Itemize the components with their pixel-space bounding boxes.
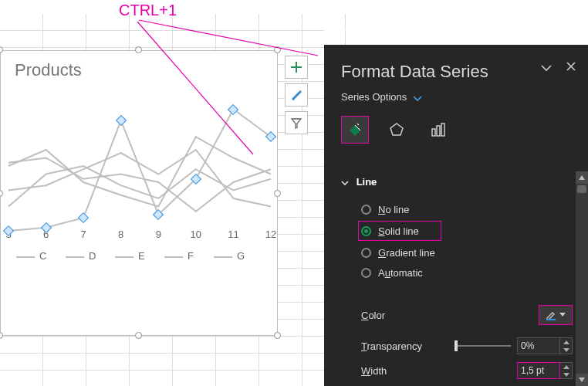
legend-label[interactable]: D <box>89 250 96 262</box>
line-section-header[interactable]: Line <box>341 176 377 188</box>
chevron-down-icon <box>341 181 349 187</box>
chart-styles-button[interactable] <box>285 83 308 107</box>
caret-up-icon <box>563 365 569 369</box>
x-tick-label: 9 <box>156 229 161 240</box>
width-spinner[interactable] <box>560 362 573 379</box>
format-data-series-pane: Format Data Series Series Options Line <box>324 45 588 386</box>
caret-up-icon <box>579 175 585 180</box>
radio-solid-line[interactable]: Solid line <box>358 221 441 241</box>
legend-line <box>214 256 232 258</box>
tab-series-options[interactable] <box>424 116 452 144</box>
paint-bucket-icon <box>346 121 363 138</box>
series-options-dropdown[interactable]: Series Options <box>341 91 422 103</box>
chart-elements-button[interactable] <box>285 56 308 79</box>
resize-handle-ne[interactable] <box>274 46 281 53</box>
x-tick-label: 11 <box>228 229 238 240</box>
pane-collapse-button[interactable] <box>540 62 553 74</box>
legend-line <box>66 256 84 258</box>
tab-fill-and-line[interactable] <box>341 116 369 144</box>
radio-no-line[interactable]: No line <box>361 199 435 219</box>
legend-label[interactable]: F <box>188 250 194 262</box>
legend-label[interactable]: E <box>138 250 145 262</box>
x-tick-label: 7 <box>81 229 86 240</box>
x-tick-label: 8 <box>118 229 123 240</box>
line-type-radios: No line Solid line Gradient line Automat… <box>361 199 435 283</box>
svg-rect-0 <box>432 129 435 136</box>
radio-automatic[interactable]: Automatic <box>361 262 435 283</box>
series-options-label: Series Options <box>341 91 407 103</box>
transparency-row: Transparency 0% <box>361 337 573 355</box>
caret-down-icon <box>559 313 566 317</box>
transparency-slider[interactable] <box>455 338 511 354</box>
color-row: Color <box>361 306 573 324</box>
chevron-down-icon <box>540 64 553 72</box>
legend-label[interactable]: G <box>237 250 245 262</box>
chevron-down-icon <box>413 96 422 102</box>
chart-filters-button[interactable] <box>285 111 308 134</box>
svg-rect-2 <box>441 124 444 136</box>
svg-rect-3 <box>546 319 556 320</box>
x-tick-label: 6 <box>43 229 49 240</box>
transparency-spinner[interactable] <box>560 337 573 354</box>
resize-handle-n[interactable] <box>135 46 142 53</box>
legend-line <box>115 256 133 258</box>
pane-tabs <box>341 116 452 144</box>
chart-title[interactable]: Products <box>15 60 82 80</box>
funnel-icon <box>290 117 302 129</box>
legend-line <box>16 256 35 258</box>
annotation-shortcut-label: CTRL+1 <box>119 2 177 19</box>
chart-plot-area[interactable] <box>1 93 277 333</box>
caret-down-icon <box>563 373 569 377</box>
tab-effects[interactable] <box>383 116 411 144</box>
svg-rect-1 <box>437 126 440 136</box>
line-section-label: Line <box>357 176 377 188</box>
bars-icon <box>430 121 447 138</box>
brush-icon <box>290 89 302 101</box>
caret-up-icon <box>563 340 569 344</box>
transparency-input[interactable]: 0% <box>517 337 560 354</box>
legend-label[interactable]: C <box>39 250 46 262</box>
radio-gradient-line[interactable]: Gradient line <box>361 242 435 262</box>
close-icon <box>566 62 576 71</box>
pane-close-button[interactable] <box>566 60 576 73</box>
pen-icon <box>546 310 556 320</box>
x-tick-label: 10 <box>191 229 201 240</box>
resize-handle-s[interactable] <box>135 332 142 339</box>
plus-icon <box>290 61 302 73</box>
caret-down-icon <box>563 348 569 352</box>
width-input[interactable]: 1,5 pt <box>517 362 560 379</box>
pentagon-icon <box>388 121 405 138</box>
pane-scrollbar[interactable] <box>576 171 588 386</box>
pane-title: Format Data Series <box>341 62 488 82</box>
resize-handle-se[interactable] <box>274 332 281 339</box>
x-tick-label: 5 <box>5 229 11 240</box>
legend-line <box>164 256 183 258</box>
resize-handle-e[interactable] <box>274 190 281 197</box>
caret-down-icon <box>579 378 585 382</box>
x-tick-label: 12 <box>265 229 276 240</box>
width-row: Width 1,5 pt <box>361 361 573 380</box>
color-picker-button[interactable] <box>539 305 573 325</box>
chart-object[interactable]: Products 56789101112CDEFG <box>0 50 278 336</box>
